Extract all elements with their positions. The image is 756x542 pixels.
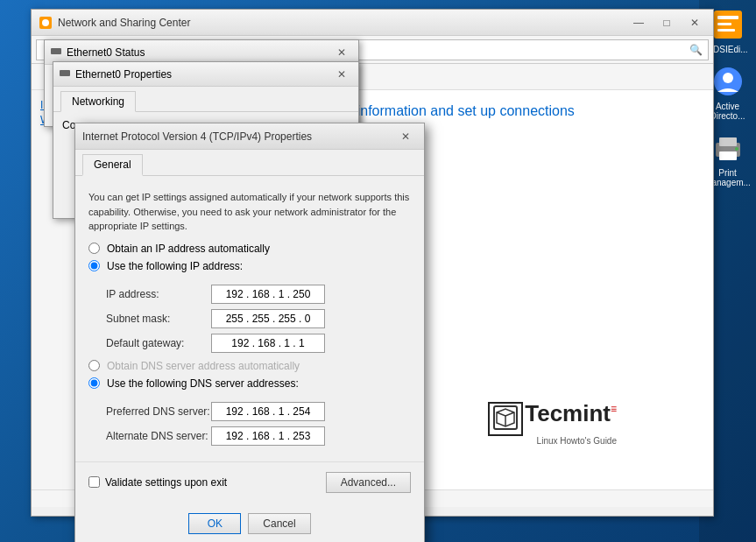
ip-address-row: IP address:	[106, 285, 411, 304]
nsc-title-icon	[39, 16, 53, 30]
eth-props-titlebar: Ethernet0 Properties ✕	[53, 62, 358, 87]
default-gateway-row: Default gateway:	[106, 334, 411, 353]
ip-form-section: IP address: Subnet mask: Default gateway…	[88, 279, 411, 353]
nsc-close-btn[interactable]: ✕	[683, 14, 706, 32]
tecmint-text: Tecmint≡	[525, 402, 617, 425]
svg-rect-15	[51, 48, 61, 54]
active-directory-icon	[710, 64, 745, 99]
svg-rect-3	[717, 29, 735, 32]
ipv4-close-btn[interactable]: ✕	[394, 128, 417, 145]
adsi-icon	[710, 7, 745, 42]
default-gateway-label: Default gateway:	[106, 337, 211, 349]
eth-status-close[interactable]: ✕	[330, 44, 353, 61]
tecmint-superscript: ≡	[611, 403, 617, 415]
eth-props-title: Ethernet0 Properties	[75, 68, 326, 81]
radio-auto-ip-option[interactable]: Obtain an IP address automatically	[88, 243, 411, 255]
ip-address-field[interactable]	[211, 285, 325, 304]
alternate-dns-row: Alternate DNS server:	[106, 426, 411, 446]
subnet-mask-row: Subnet mask:	[106, 309, 411, 328]
print-management-icon	[710, 130, 745, 165]
nsc-titlebar: Network and Sharing Center — □ ✕	[32, 10, 713, 36]
svg-point-11	[42, 19, 49, 26]
ip-address-label: IP address:	[106, 288, 211, 300]
validate-checkbox-row: Validate settings upon exit	[88, 476, 227, 489]
svg-rect-8	[719, 151, 737, 160]
radio-auto-ip-label: Obtain an IP address automatically	[107, 243, 270, 255]
tecmint-logo-icon	[488, 402, 523, 436]
desktop: ADSIEdi... Active Directo...	[0, 0, 756, 542]
tecmint-tagline: Linux Howto's Guide	[488, 436, 617, 446]
ok-btn[interactable]: OK	[188, 513, 241, 534]
preferred-dns-field[interactable]	[211, 402, 325, 421]
subnet-mask-field[interactable]	[211, 309, 325, 328]
radio-auto-dns-label: Obtain DNS server address automatically	[107, 360, 300, 372]
nsc-minimize-btn[interactable]: —	[627, 14, 650, 32]
ipv4-dialog: Internet Protocol Version 4 (TCP/IPv4) P…	[74, 123, 425, 542]
ipv4-titlebar: Internet Protocol Version 4 (TCP/IPv4) P…	[75, 123, 424, 150]
svg-rect-7	[719, 137, 737, 146]
radio-manual-dns[interactable]	[88, 377, 100, 389]
eth-props-tabs: Networking	[53, 87, 358, 112]
svg-point-5	[723, 73, 733, 83]
alternate-dns-field[interactable]	[211, 426, 325, 446]
radio-auto-ip[interactable]	[88, 243, 100, 254]
dns-form-section: Preferred DNS server: Alternate DNS serv…	[88, 397, 411, 446]
ipv4-description: You can get IP settings assigned automat…	[88, 190, 411, 234]
ipv4-tab-general[interactable]: General	[82, 154, 143, 176]
ipv4-footer: Validate settings upon exit Advanced...	[75, 461, 424, 506]
radio-manual-ip[interactable]	[88, 260, 100, 271]
validate-checkbox[interactable]	[88, 476, 100, 488]
preferred-dns-label: Preferred DNS server:	[106, 405, 211, 418]
ipv4-ok-cancel-row: OK Cancel	[75, 506, 424, 543]
nsc-title-text: Network and Sharing Center	[58, 17, 622, 29]
svg-rect-1	[717, 16, 738, 19]
svg-rect-16	[60, 70, 70, 76]
svg-rect-2	[717, 23, 731, 25]
preferred-dns-row: Preferred DNS server:	[106, 402, 411, 421]
radio-auto-dns-option[interactable]: Obtain DNS server address automatically	[88, 360, 411, 372]
eth-props-tab-networking[interactable]: Networking	[60, 91, 136, 112]
nsc-maximize-btn[interactable]: □	[655, 14, 678, 32]
advanced-btn[interactable]: Advanced...	[326, 472, 411, 493]
validate-checkbox-label: Validate settings upon exit	[105, 476, 227, 489]
eth-status-icon	[50, 45, 62, 60]
eth-props-icon	[59, 67, 71, 81]
radio-manual-dns-label: Use the following DNS server addresses:	[107, 377, 299, 390]
ipv4-title-text: Internet Protocol Version 4 (TCP/IPv4) P…	[82, 130, 389, 143]
alternate-dns-label: Alternate DNS server:	[106, 430, 211, 442]
ipv4-tabs: General	[75, 150, 424, 176]
eth-props-close[interactable]: ✕	[330, 66, 353, 83]
radio-manual-dns-option[interactable]: Use the following DNS server addresses:	[88, 377, 411, 390]
subnet-mask-label: Subnet mask:	[106, 313, 211, 325]
search-icon: 🔍	[689, 44, 703, 56]
eth-status-title: Ethernet0 Status	[67, 46, 326, 59]
radio-auto-dns[interactable]	[88, 360, 100, 371]
default-gateway-field[interactable]	[211, 334, 325, 353]
ipv4-content: You can get IP settings assigned automat…	[75, 183, 424, 461]
tecmint-brand: Tecmint	[525, 400, 611, 426]
ipv4-footer-buttons: Advanced...	[326, 472, 411, 493]
radio-manual-ip-label: Use the following IP address:	[107, 260, 243, 272]
cancel-btn[interactable]: Cancel	[248, 513, 310, 534]
radio-manual-ip-option[interactable]: Use the following IP address:	[88, 260, 411, 272]
tecmint-logo-box: Tecmint≡ Linux Howto's Guide	[488, 402, 617, 446]
svg-point-9	[735, 147, 738, 151]
